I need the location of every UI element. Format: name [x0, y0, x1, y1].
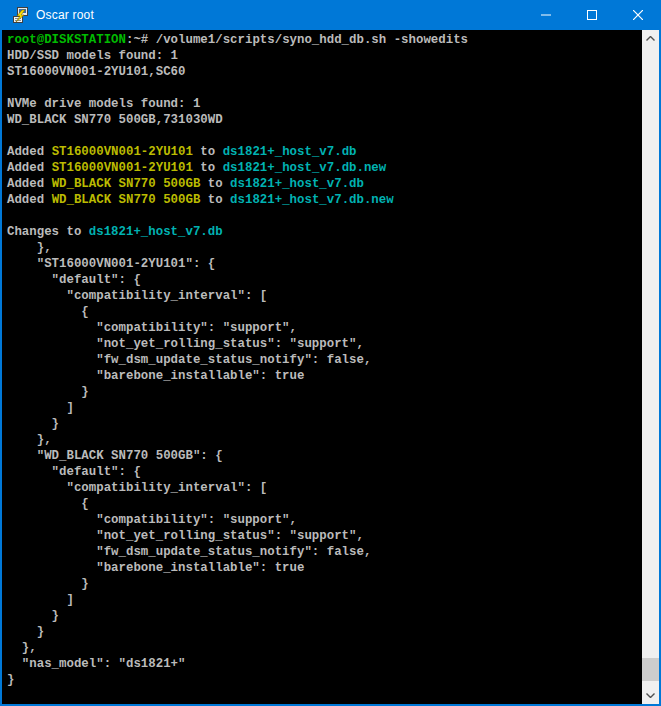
scrollbar[interactable] [642, 30, 659, 704]
terminal-text-segment: "compatibility_interval": [ [7, 481, 267, 495]
terminal-text-segment: ] [7, 401, 74, 415]
terminal-text-segment: "WD_BLACK SN770 500GB": { [7, 449, 223, 463]
window-title: Oscar root [36, 8, 523, 22]
terminal-text-segment: WD_BLACK SN770 500GB,731030WD [7, 113, 223, 127]
terminal-text-segment: :~# /volume1/scripts/syno_hdd_db.sh -sho… [126, 33, 468, 47]
maximize-icon [587, 10, 597, 20]
terminal-text-segment: "nas_model": "ds1821+" [7, 657, 185, 671]
scroll-down-button[interactable] [642, 687, 659, 704]
terminal-text-segment: Added [7, 161, 52, 175]
terminal-line: root@DISKSTATION:~# /volume1/scripts/syn… [7, 32, 642, 48]
putty-app-icon [11, 6, 29, 24]
terminal-text-segment: "compatibility": "support", [7, 513, 297, 527]
chevron-down-icon [646, 693, 655, 698]
terminal-text-segment: { [7, 497, 89, 511]
terminal-text-segment: }, [7, 641, 37, 655]
terminal-output: root@DISKSTATION:~# /volume1/scripts/syn… [2, 30, 642, 704]
terminal-text-segment: } [7, 577, 89, 591]
terminal-text-segment: HDD/SSD models found: 1 [7, 49, 178, 63]
terminal-line: NVMe drive models found: 1 [7, 96, 642, 112]
terminal-line: "not_yet_rolling_status": "support", [7, 528, 642, 544]
terminal-text-segment: ST16000VN001-2YU101,SC60 [7, 65, 185, 79]
terminal-text-segment: "default": { [7, 465, 141, 479]
terminal-text-segment: ds1821+_host_v7.db [223, 145, 357, 159]
terminal-text-segment: Added [7, 145, 52, 159]
terminal-line: { [7, 496, 642, 512]
terminal-line [7, 128, 642, 144]
terminal-text-segment: ds1821+_host_v7.db [230, 177, 364, 191]
scroll-up-button[interactable] [642, 30, 659, 47]
terminal-text-segment: ST16000VN001-2YU101 [52, 145, 193, 159]
terminal-line: "default": { [7, 464, 642, 480]
terminal-text-segment: "barebone_installable": true [7, 561, 304, 575]
terminal-text-segment: root@DISKSTATION [7, 33, 126, 47]
terminal-text-segment: ST16000VN001-2YU101 [52, 161, 193, 175]
terminal-line: WD_BLACK SN770 500GB,731030WD [7, 112, 642, 128]
terminal-line: } [7, 576, 642, 592]
terminal-line: "fw_dsm_update_status_notify": false, [7, 352, 642, 368]
terminal-line: Added ST16000VN001-2YU101 to ds1821+_hos… [7, 144, 642, 160]
terminal-line: "fw_dsm_update_status_notify": false, [7, 544, 642, 560]
terminal-text-segment: to [193, 145, 223, 159]
terminal-line: } [7, 672, 642, 688]
terminal-line: Added ST16000VN001-2YU101 to ds1821+_hos… [7, 160, 642, 176]
terminal-line: } [7, 608, 642, 624]
terminal-line: "default": { [7, 272, 642, 288]
minimize-button[interactable] [523, 0, 569, 30]
terminal-line: "compatibility": "support", [7, 512, 642, 528]
terminal-text-segment: "fw_dsm_update_status_notify": false, [7, 353, 371, 367]
terminal-text-segment: ds1821+_host_v7.db [89, 225, 223, 239]
terminal-text-segment: to [200, 177, 230, 191]
minimize-icon [541, 10, 551, 20]
terminal-text-segment: Added [7, 177, 52, 191]
terminal-line: Added WD_BLACK SN770 500GB to ds1821+_ho… [7, 192, 642, 208]
terminal-text-segment: "compatibility_interval": [ [7, 289, 267, 303]
terminal-text-segment: } [7, 609, 59, 623]
terminal-line: ] [7, 400, 642, 416]
terminal-line: } [7, 384, 642, 400]
close-icon [633, 10, 643, 20]
terminal-text-segment: "not_yet_rolling_status": "support", [7, 529, 364, 543]
terminal-line: "barebone_installable": true [7, 368, 642, 384]
terminal-text-segment: { [7, 305, 89, 319]
terminal-text-segment: }, [7, 241, 52, 255]
terminal-text-segment: NVMe drive models found: 1 [7, 97, 200, 111]
terminal-line: }, [7, 640, 642, 656]
maximize-button[interactable] [569, 0, 615, 30]
terminal-text-segment: "fw_dsm_update_status_notify": false, [7, 545, 371, 559]
terminal-text-segment: "default": { [7, 273, 141, 287]
terminal-text-segment: WD_BLACK SN770 500GB [52, 177, 201, 191]
terminal-line: "compatibility_interval": [ [7, 288, 642, 304]
terminal-text-segment: "barebone_installable": true [7, 369, 304, 383]
terminal-line: }, [7, 240, 642, 256]
terminal-line: ST16000VN001-2YU101,SC60 [7, 64, 642, 80]
caption-buttons [523, 0, 661, 30]
scrollbar-thumb[interactable] [642, 658, 659, 681]
terminal-line: { [7, 304, 642, 320]
terminal-line: "compatibility_interval": [ [7, 480, 642, 496]
terminal-text-segment: } [7, 625, 44, 639]
title-bar[interactable]: Oscar root [0, 0, 661, 30]
terminal-line [7, 208, 642, 224]
terminal-text-segment: Changes to [7, 225, 89, 239]
terminal-line: HDD/SSD models found: 1 [7, 48, 642, 64]
terminal-line: }, [7, 432, 642, 448]
terminal-text-segment: Added [7, 193, 52, 207]
terminal-text-segment: "not_yet_rolling_status": "support", [7, 337, 364, 351]
close-button[interactable] [615, 0, 661, 30]
terminal-text-segment: } [7, 385, 89, 399]
terminal-text-segment: ] [7, 593, 74, 607]
terminal-line: "nas_model": "ds1821+" [7, 656, 642, 672]
terminal-text-segment: to [200, 193, 230, 207]
terminal-text-segment: "ST16000VN001-2YU101": { [7, 257, 215, 271]
terminal-line: "compatibility": "support", [7, 320, 642, 336]
terminal-text-segment: ds1821+_host_v7.db.new [223, 161, 387, 175]
scrollbar-track[interactable] [642, 47, 659, 687]
terminal-text-segment: } [7, 673, 14, 687]
terminal-text-segment: WD_BLACK SN770 500GB [52, 193, 201, 207]
terminal-line: Added WD_BLACK SN770 500GB to ds1821+_ho… [7, 176, 642, 192]
terminal-text-segment: }, [7, 433, 52, 447]
terminal-text-segment: } [7, 417, 59, 431]
terminal-area[interactable]: root@DISKSTATION:~# /volume1/scripts/syn… [2, 30, 659, 704]
terminal-line: } [7, 416, 642, 432]
